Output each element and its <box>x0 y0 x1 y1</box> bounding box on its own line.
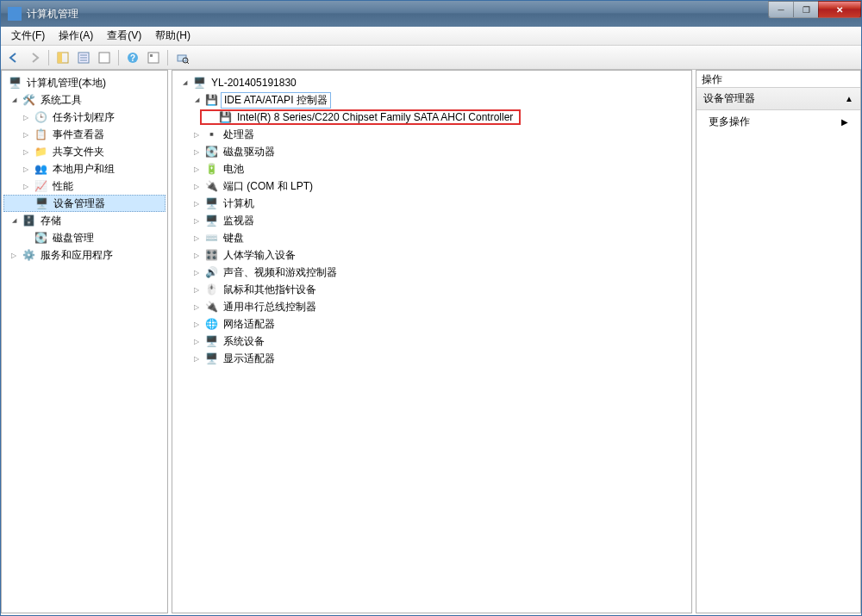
tree-task-scheduler[interactable]: 🕒 任务计划程序 <box>3 109 166 126</box>
expander-icon[interactable] <box>191 95 202 105</box>
tree-label: 设备管理器 <box>51 196 108 212</box>
expander-icon[interactable] <box>191 215 202 226</box>
actions-header: 操作 <box>696 71 860 88</box>
expander-icon[interactable] <box>9 95 19 105</box>
help-button[interactable]: ? <box>123 48 142 67</box>
tree-label: 任务计划程序 <box>50 109 117 126</box>
refresh-button[interactable] <box>144 48 163 67</box>
export-button[interactable] <box>95 48 114 67</box>
storage-icon: 🗄️ <box>22 214 35 227</box>
device-mice[interactable]: 🖱️ 鼠标和其他指针设备 <box>174 281 690 298</box>
tree-system-tools[interactable]: 🛠️ 系统工具 <box>3 91 166 109</box>
device-processor[interactable]: ▪️ 处理器 <box>174 126 690 143</box>
forward-button[interactable] <box>25 48 44 67</box>
device-usb[interactable]: 🔌 通用串行总线控制器 <box>174 298 690 315</box>
device-battery[interactable]: 🔋 电池 <box>174 160 690 177</box>
console-tree[interactable]: 🖥️ 计算机管理(本地) 🛠️ 系统工具 🕒 任务计划程序 <box>2 71 167 267</box>
services-icon: ⚙️ <box>22 248 35 262</box>
expander-icon[interactable] <box>191 181 202 191</box>
device-sound[interactable]: 🔊 声音、视频和游戏控制器 <box>174 264 690 281</box>
expander-icon[interactable] <box>191 353 202 364</box>
menu-help[interactable]: 帮助(H) <box>148 27 197 45</box>
show-hide-tree-button[interactable] <box>53 48 72 67</box>
expander-icon[interactable] <box>191 146 202 157</box>
tree-root[interactable]: 🖥️ 计算机管理(本地) <box>3 74 166 91</box>
shared-folder-icon: 📁 <box>34 145 47 159</box>
expander-icon[interactable] <box>191 198 202 208</box>
expander-icon[interactable] <box>191 302 202 312</box>
separator <box>167 50 168 65</box>
tree-label: 系统设备 <box>221 333 267 350</box>
device-tree[interactable]: 🖥️ YL-201405191830 💾 IDE ATA/ATAPI 控制器 💾… <box>172 71 691 370</box>
hid-icon: 🎛️ <box>204 248 218 262</box>
device-keyboards[interactable]: ⌨️ 键盘 <box>174 229 690 246</box>
menu-view[interactable]: 查看(V) <box>100 27 148 45</box>
titlebar: 计算机管理 ─ ❐ ✕ <box>1 1 861 27</box>
tree-label: 鼠标和其他指针设备 <box>221 282 319 298</box>
close-button[interactable]: ✕ <box>818 1 861 18</box>
tree-performance[interactable]: 📈 性能 <box>3 177 166 195</box>
back-button[interactable] <box>4 48 23 67</box>
submenu-arrow-icon: ▶ <box>841 117 848 127</box>
expander-icon[interactable] <box>191 250 202 260</box>
tree-local-users[interactable]: 👥 本地用户和组 <box>3 160 166 177</box>
svg-rect-10 <box>150 54 153 57</box>
device-sata-controller[interactable]: 💾 Intel(R) 8 Series/C220 Chipset Family … <box>174 109 690 126</box>
monitor-icon: 🖥️ <box>204 214 218 227</box>
annotation-highlight-box: 💾 Intel(R) 8 Series/C220 Chipset Family … <box>200 109 521 125</box>
expander-icon[interactable] <box>21 112 31 122</box>
tree-label: 事件查看器 <box>50 127 107 143</box>
tree-event-viewer[interactable]: 📋 事件查看器 <box>3 126 166 143</box>
menu-action[interactable]: 操作(A) <box>52 27 100 45</box>
tree-disk-management[interactable]: 💽 磁盘管理 <box>3 229 166 246</box>
expander-icon[interactable] <box>191 267 202 277</box>
expander-icon[interactable] <box>191 129 202 140</box>
expander-icon[interactable] <box>21 129 31 140</box>
scan-hardware-button[interactable] <box>172 48 191 67</box>
tree-services[interactable]: ⚙️ 服务和应用程序 <box>3 246 166 264</box>
device-hid[interactable]: 🎛️ 人体学输入设备 <box>174 246 690 264</box>
separator <box>118 50 119 65</box>
users-icon: 👥 <box>34 162 47 176</box>
tree-device-manager[interactable]: 🖥️ 设备管理器 <box>3 195 166 212</box>
tree-label: 共享文件夹 <box>50 144 107 160</box>
device-monitors[interactable]: 🖥️ 监视器 <box>174 212 690 229</box>
menu-file[interactable]: 文件(F) <box>4 27 52 45</box>
device-computer-root[interactable]: 🖥️ YL-201405191830 <box>174 74 690 91</box>
menubar: 文件(F) 操作(A) 查看(V) 帮助(H) <box>1 27 861 46</box>
tree-label: 存储 <box>38 213 64 229</box>
device-system-devices[interactable]: 🖥️ 系统设备 <box>174 333 690 350</box>
device-manager-icon: 🖥️ <box>34 196 48 210</box>
expander-icon[interactable] <box>191 164 202 174</box>
minimize-button[interactable]: ─ <box>768 1 794 18</box>
expander-icon[interactable] <box>21 146 31 157</box>
expander-icon[interactable] <box>191 284 202 295</box>
tree-label: 本地用户和组 <box>50 161 117 177</box>
expander-icon[interactable] <box>21 181 31 191</box>
device-network[interactable]: 🌐 网络适配器 <box>174 315 690 333</box>
maximize-button[interactable]: ❐ <box>793 1 819 18</box>
separator <box>48 50 49 65</box>
expander-icon[interactable] <box>191 336 202 346</box>
device-disk-drives[interactable]: 💽 磁盘驱动器 <box>174 143 690 160</box>
expander-icon[interactable] <box>191 319 202 329</box>
collapse-icon[interactable]: ▲ <box>845 94 853 103</box>
device-ports[interactable]: 🔌 端口 (COM 和 LPT) <box>174 177 690 195</box>
device-ide-ata[interactable]: 💾 IDE ATA/ATAPI 控制器 <box>174 91 690 109</box>
expander-icon[interactable] <box>191 233 202 243</box>
expander-icon[interactable] <box>179 78 190 88</box>
computer-mgmt-icon: 🖥️ <box>8 76 22 90</box>
properties-button[interactable] <box>74 48 93 67</box>
tree-label: 通用串行总线控制器 <box>221 299 319 315</box>
tree-label: IDE ATA/ATAPI 控制器 <box>221 92 331 109</box>
device-computers[interactable]: 🖥️ 计算机 <box>174 195 690 212</box>
expander-icon[interactable] <box>9 250 19 260</box>
tree-label: YL-201405191830 <box>209 76 299 90</box>
expander-icon[interactable] <box>9 215 19 226</box>
tree-shared-folders[interactable]: 📁 共享文件夹 <box>3 143 166 160</box>
tree-storage[interactable]: 🗄️ 存储 <box>3 212 166 229</box>
more-actions-item[interactable]: 更多操作 ▶ <box>696 110 860 134</box>
actions-section[interactable]: 设备管理器 ▲ <box>696 88 860 110</box>
expander-icon[interactable] <box>21 164 31 174</box>
device-display[interactable]: 🖥️ 显示适配器 <box>174 350 690 367</box>
